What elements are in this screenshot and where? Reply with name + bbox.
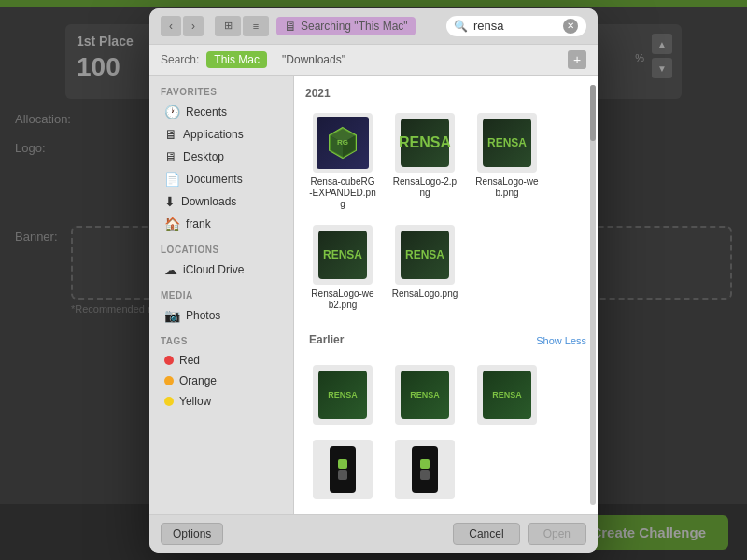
file-name-rensa-web2: RensaLogo-web2.png bbox=[309, 288, 376, 311]
file-grid-earlier: RENSA RENSA bbox=[302, 357, 590, 507]
file-item-earlier-1[interactable]: RENSA bbox=[305, 361, 380, 428]
add-filter-button[interactable]: + bbox=[568, 50, 586, 69]
sidebar-item-documents[interactable]: 📄 Documents bbox=[153, 168, 289, 190]
file-item-rensa-logo[interactable]: RENSA RensaLogo.png bbox=[388, 221, 462, 315]
mobile-dark-1 bbox=[330, 446, 356, 493]
sidebar-item-applications[interactable]: 🖥 Applications bbox=[153, 123, 289, 146]
rensa-thumb-web: RENSA bbox=[483, 119, 531, 167]
nav-buttons: ‹ › bbox=[161, 16, 204, 36]
scroll-thumb[interactable] bbox=[590, 85, 596, 141]
favorites-label: Favorites bbox=[149, 85, 293, 101]
yellow-label: Yellow bbox=[179, 395, 211, 408]
sidebar-item-recents[interactable]: 🕐 Recents bbox=[153, 101, 289, 123]
list-view-button[interactable]: ≡ bbox=[243, 16, 269, 36]
yellow-tag-dot bbox=[164, 397, 174, 406]
applications-icon: 🖥 bbox=[164, 127, 177, 142]
documents-label: Documents bbox=[186, 173, 243, 186]
rensa-symbol-2: RENSA bbox=[399, 134, 451, 151]
downloads-icon: ⬇ bbox=[164, 194, 176, 209]
rensa-thumb-web2: RENSA bbox=[318, 231, 367, 279]
sidebar-item-frank[interactable]: 🏠 frank bbox=[153, 213, 289, 235]
file-name-rensa2: RensaLogo-2.png bbox=[391, 176, 458, 199]
sidebar-item-icloud[interactable]: ☁ iCloud Drive bbox=[153, 259, 289, 281]
dialog-footer-right: Cancel Open bbox=[453, 523, 586, 545]
recents-icon: 🕐 bbox=[164, 105, 180, 119]
sidebar-item-photos[interactable]: 📷 Photos bbox=[153, 304, 289, 327]
rensa-symbol-web2: RENSA bbox=[323, 248, 362, 261]
file-name-cube: Rensa-cubeRG-EXPANDED.png bbox=[309, 176, 376, 210]
sidebar-item-desktop[interactable]: 🖥 Desktop bbox=[153, 146, 289, 168]
location-badge: 🖥 Searching "This Mac" bbox=[276, 17, 416, 35]
file-grid-area: 2021 bbox=[294, 76, 598, 514]
file-item-rensa-web2[interactable]: RENSA RensaLogo-web2.png bbox=[305, 221, 380, 315]
mobile-dot-1 bbox=[338, 459, 347, 469]
file-thumb-earlier-5 bbox=[395, 440, 455, 499]
tags-label: Tags bbox=[149, 334, 293, 350]
sidebar-item-downloads[interactable]: ⬇ Downloads bbox=[153, 190, 289, 213]
options-button[interactable]: Options bbox=[161, 523, 223, 545]
dialog-sidebar: Favorites 🕐 Recents 🖥 Applications 🖥 Des… bbox=[149, 76, 294, 514]
rensa-symbol-web: RENSA bbox=[487, 136, 527, 149]
earlier-label: Earlier bbox=[305, 329, 347, 352]
scroll-indicator bbox=[590, 85, 596, 505]
file-item-rensa2[interactable]: RENSA RensaLogo-2.png bbox=[388, 109, 462, 214]
orange-tag-dot bbox=[164, 376, 174, 385]
search-input[interactable] bbox=[473, 19, 557, 33]
file-item-rensa-web[interactable]: RENSA RensaLogo-web.png bbox=[470, 109, 544, 214]
location-icon: 🖥 bbox=[284, 19, 297, 34]
svg-text:RG: RG bbox=[337, 138, 348, 147]
search-location-text: Searching "This Mac" bbox=[301, 20, 408, 33]
photos-label: Photos bbox=[186, 309, 220, 322]
frank-icon: 🏠 bbox=[164, 217, 180, 231]
rensa-thumb-logo: RENSA bbox=[401, 231, 449, 279]
file-thumb-rensa-web: RENSA bbox=[477, 113, 537, 173]
section-header-2021: 2021 bbox=[302, 83, 590, 105]
file-item-earlier-5[interactable] bbox=[388, 436, 462, 503]
file-thumb-earlier-3: RENSA bbox=[477, 365, 537, 425]
documents-icon: 📄 bbox=[164, 172, 180, 187]
section-header-earlier: Earlier Show Less bbox=[302, 326, 590, 357]
file-item-earlier-3[interactable]: RENSA bbox=[470, 361, 544, 428]
file-item-earlier-4[interactable] bbox=[305, 436, 380, 503]
search-filters-row: Search: This Mac "Downloads" + bbox=[149, 45, 598, 76]
icloud-icon: ☁ bbox=[164, 262, 177, 277]
back-button[interactable]: ‹ bbox=[161, 16, 181, 36]
modal-overlay: ‹ › ⊞ ≡ 🖥 Searching "This Mac" 🔍 ✕ bbox=[0, 0, 747, 560]
rensa-small-text-3: RENSA bbox=[492, 390, 522, 399]
dialog-open-button[interactable]: Open bbox=[528, 523, 586, 545]
recents-label: Recents bbox=[186, 105, 227, 119]
file-grid-2021: RG Rensa-cubeRG-EXPANDED.png RENSA bbox=[302, 105, 590, 318]
icloud-label: iCloud Drive bbox=[183, 263, 244, 276]
file-name-rensa-web: RensaLogo-web.png bbox=[473, 176, 541, 199]
background-page: 1st Place 100 % ▲ ▼ 2nd Place 0 % ▲ ▼ 3r… bbox=[0, 0, 747, 560]
dialog-footer: Options Cancel Open bbox=[149, 514, 598, 553]
rensa-small-2: RENSA bbox=[401, 371, 449, 419]
file-thumb-rensa-logo: RENSA bbox=[395, 225, 455, 285]
locations-label: Locations bbox=[149, 243, 293, 259]
rensa-thumb-2: RENSA bbox=[401, 119, 449, 167]
dialog-cancel-button[interactable]: Cancel bbox=[453, 523, 519, 545]
sidebar-item-yellow[interactable]: Yellow bbox=[153, 391, 289, 412]
rensa-small-text-2: RENSA bbox=[410, 390, 440, 399]
active-filter-tag[interactable]: This Mac bbox=[206, 51, 267, 68]
file-dialog: ‹ › ⊞ ≡ 🖥 Searching "This Mac" 🔍 ✕ bbox=[149, 8, 598, 553]
file-name-rensa-logo: RensaLogo.png bbox=[392, 288, 458, 300]
grid-view-button[interactable]: ⊞ bbox=[215, 16, 241, 36]
file-item-cube[interactable]: RG Rensa-cubeRG-EXPANDED.png bbox=[305, 109, 380, 214]
clear-search-button[interactable]: ✕ bbox=[563, 19, 578, 34]
desktop-icon: 🖥 bbox=[164, 149, 177, 164]
mobile-dot-3 bbox=[420, 459, 430, 469]
forward-button[interactable]: › bbox=[183, 16, 204, 36]
sidebar-item-orange[interactable]: Orange bbox=[153, 371, 289, 391]
search-area: 🔍 ✕ bbox=[446, 16, 586, 36]
orange-label: Orange bbox=[179, 374, 217, 387]
show-less-button-2021[interactable]: Show Less bbox=[536, 335, 586, 346]
inactive-filter-tag[interactable]: "Downloads" bbox=[275, 51, 353, 68]
rensa-small-3: RENSA bbox=[483, 371, 531, 419]
file-item-earlier-2[interactable]: RENSA bbox=[388, 361, 462, 428]
search-filters-label: Search: bbox=[161, 53, 199, 66]
photos-icon: 📷 bbox=[164, 308, 180, 323]
sidebar-item-red[interactable]: Red bbox=[153, 350, 289, 371]
red-label: Red bbox=[179, 354, 200, 367]
cube-logo-svg: RG bbox=[324, 124, 361, 161]
